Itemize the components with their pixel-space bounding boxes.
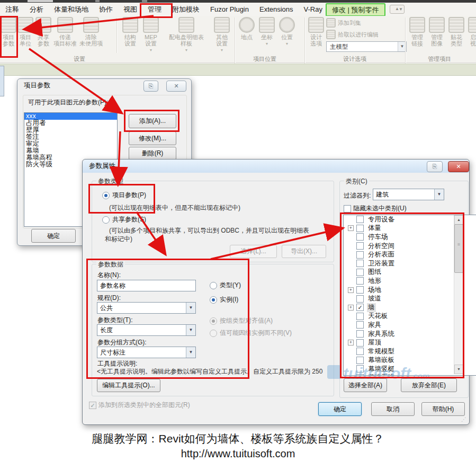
annotation-box-add-button bbox=[124, 110, 179, 132]
position-button[interactable]: 位置 bbox=[277, 16, 297, 56]
design-options-button[interactable]: 设计 选项 bbox=[307, 16, 325, 56]
decal-types-icon bbox=[448, 17, 464, 33]
position-globe-icon bbox=[279, 17, 295, 33]
active-design-option-select[interactable]: 主模型 ▼ bbox=[326, 41, 407, 52]
add-to-set-button[interactable]: 添加到集 bbox=[326, 18, 361, 28]
hide-unchecked-label[interactable]: 隐藏未选中类别(U) bbox=[353, 204, 407, 213]
chevron-down-icon: ▼ bbox=[434, 189, 444, 200]
annotation-box-project-param-radio bbox=[88, 184, 155, 214]
ribbon-tab[interactable]: 体量和场地 bbox=[49, 3, 94, 16]
additional-settings-icon bbox=[214, 17, 230, 33]
categories-group-label: 类别(C) bbox=[344, 177, 369, 186]
panel-schedule-templates-button[interactable]: 配电盘明细表 样板 bbox=[162, 16, 211, 56]
ok-button[interactable]: 确定 bbox=[31, 229, 76, 243]
ribbon-tab[interactable]: 注释 bbox=[0, 3, 24, 16]
starting-view-button[interactable]: 启动 视图 bbox=[467, 16, 476, 56]
ribbon-collapse-button[interactable]: ▲ bbox=[390, 5, 405, 14]
caption-url[interactable]: http://www.tuituisoft.com bbox=[0, 448, 476, 460]
palette-edge bbox=[0, 66, 4, 96]
transfer-project-standards-button[interactable]: 传递 项目标准 bbox=[53, 16, 77, 56]
purge-unused-button[interactable]: 清除 未使用项 bbox=[77, 16, 105, 56]
ribbon-tab[interactable]: Fuzor Plugin bbox=[205, 3, 254, 16]
revit-window: 注释分析体量和场地协作视图管理附加模块Fuzor PluginExtension… bbox=[0, 0, 476, 461]
project-units-icon bbox=[17, 17, 33, 33]
annotation-box-manage-tab bbox=[140, 3, 173, 18]
additional-settings-button[interactable]: 其他 设置 bbox=[212, 16, 232, 56]
location-globe-icon bbox=[239, 17, 255, 33]
modify-parameter-button[interactable]: 修改(M)... bbox=[129, 131, 176, 145]
close-icon[interactable]: ✕ bbox=[166, 81, 186, 92]
dialog-title[interactable]: 项目参数 bbox=[17, 79, 191, 92]
decal-types-button[interactable]: 贴花 类型 bbox=[447, 16, 465, 56]
pick-to-edit-button[interactable]: 拾取以进行编辑 bbox=[326, 30, 379, 39]
ribbon-tab[interactable]: 视图 bbox=[118, 3, 142, 16]
ribbon-tab[interactable]: 分析 bbox=[24, 3, 49, 16]
structural-settings-icon bbox=[122, 17, 138, 33]
panel-separator bbox=[235, 17, 236, 68]
panel-label-project-location: 项目位置 bbox=[238, 55, 291, 63]
starting-view-icon bbox=[468, 17, 476, 33]
close-icon[interactable]: ✕ bbox=[448, 161, 469, 172]
dialog-title[interactable]: 参数属性 bbox=[83, 159, 469, 173]
panel-label-design-options: 设计选项 bbox=[328, 55, 381, 63]
panel-label-settings: 设置 bbox=[50, 55, 109, 63]
shared-parameter-desc-1: (可以由多个项目和族共享，可以导出到 ODBC，并且可以出现在明细表 bbox=[109, 226, 309, 235]
shared-parameter-desc-2: 和标记中) bbox=[105, 235, 132, 244]
edit-tooltip-button[interactable]: 编辑工具提示(O)... bbox=[97, 379, 160, 392]
manage-images-icon bbox=[429, 17, 445, 33]
annotation-box-categories bbox=[340, 212, 464, 378]
filter-list-label: 过滤器列: bbox=[344, 191, 371, 200]
delete-parameter-button[interactable]: 删除(R) bbox=[129, 147, 176, 160]
shared-parameter-radio-label[interactable]: 共享参数(S) bbox=[112, 215, 146, 224]
ok-button[interactable]: 确定 bbox=[318, 402, 362, 416]
project-units-button[interactable]: 项目 单位 bbox=[17, 16, 33, 56]
manage-links-icon bbox=[409, 17, 425, 33]
manage-links-button[interactable]: 管理 链接 bbox=[408, 16, 426, 56]
help-button[interactable]: 帮助(H) bbox=[421, 402, 465, 416]
annotation-box-project-parameters bbox=[0, 16, 18, 58]
shared-parameter-radio[interactable] bbox=[102, 216, 110, 224]
add-to-all-checkbox-label: 添加到所选类别中的全部图元(R) bbox=[98, 401, 190, 410]
export-shared-button[interactable]: 导出(X)... bbox=[282, 245, 326, 258]
location-button[interactable]: 地点 bbox=[237, 16, 256, 56]
check-all-button[interactable]: 选择全部(A) bbox=[344, 378, 387, 392]
ribbon-separator bbox=[116, 18, 118, 53]
ribbon-tab[interactable]: Extensions bbox=[254, 3, 299, 16]
cancel-button[interactable]: 取消 bbox=[371, 402, 415, 416]
panel-separator bbox=[304, 17, 306, 68]
filter-list-select[interactable]: 建筑 ▼ bbox=[373, 189, 444, 200]
pick-to-edit-icon bbox=[326, 30, 336, 39]
annotation-box-param-data bbox=[86, 259, 249, 379]
check-none-button[interactable]: 放弃全部(E) bbox=[401, 378, 457, 392]
canvas-strip bbox=[0, 64, 476, 76]
mep-settings-button[interactable]: MEP 设置 bbox=[141, 16, 161, 56]
add-to-set-icon bbox=[326, 18, 336, 28]
caption: 腿腿教学网：Revit如何为墙体、楼板等系统族自定义属性？ http://www… bbox=[0, 431, 476, 460]
purge-unused-icon bbox=[83, 17, 99, 33]
add-to-all-checkbox[interactable]: ✓ bbox=[89, 402, 96, 409]
hide-unchecked-checkbox[interactable] bbox=[344, 205, 351, 212]
shared-parameters-icon bbox=[35, 17, 51, 33]
dialog-guide-button[interactable]: ⎘ bbox=[143, 81, 158, 92]
resize-grip[interactable]: ⋰ bbox=[461, 416, 468, 423]
tab-modify-precast[interactable]: 修改 | 预制零件 bbox=[326, 3, 385, 16]
ribbon: 项目 参数 项目 单位 共享 参数 传递 项目标准 清除 未使用项 结构 设置 … bbox=[0, 16, 476, 63]
coordinates-axes-icon bbox=[259, 17, 275, 33]
panel-label-manage-project: 管理项目 bbox=[413, 55, 466, 63]
select-shared-button[interactable]: 选择(L)... bbox=[230, 245, 277, 258]
ribbon-tab[interactable]: 协作 bbox=[94, 3, 118, 16]
dialog-guide-button[interactable]: ⎘ bbox=[427, 161, 443, 172]
params-list-label: 可用于此项目图元的参数(P): bbox=[28, 98, 108, 107]
caption-title: 腿腿教学网：Revit如何为墙体、楼板等系统族自定义属性？ bbox=[0, 431, 476, 446]
transfer-project-standards-icon bbox=[57, 17, 73, 33]
ribbon-tab-bar: 注释分析体量和场地协作视图管理附加模块Fuzor PluginExtension… bbox=[0, 3, 476, 16]
coordinates-button[interactable]: 坐标 bbox=[257, 16, 276, 56]
panel-schedule-templates-icon bbox=[178, 17, 194, 33]
panel-separator bbox=[405, 17, 406, 68]
shared-parameters-button[interactable]: 共享 参数 bbox=[34, 16, 53, 56]
mep-settings-icon bbox=[143, 17, 159, 33]
ribbon-tab[interactable]: V-Ray bbox=[299, 3, 328, 16]
manage-images-button[interactable]: 管理 图像 bbox=[428, 16, 446, 56]
structural-settings-button[interactable]: 结构 设置 bbox=[121, 16, 140, 56]
design-options-list-icon bbox=[308, 17, 324, 33]
